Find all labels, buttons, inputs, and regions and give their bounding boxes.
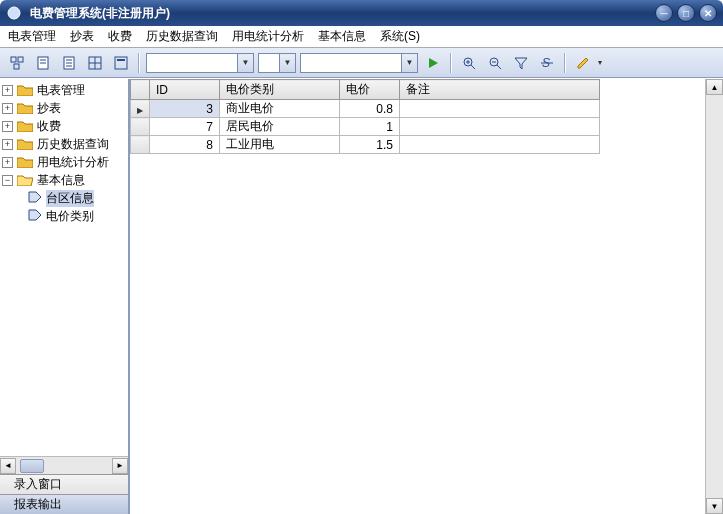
menu-meter[interactable]: 电表管理 [8,28,56,45]
menu-system[interactable]: 系统(S) [380,28,420,45]
expand-icon[interactable]: + [2,121,13,132]
tool-doc1-icon[interactable] [32,52,54,74]
zoom-in-icon[interactable] [458,52,480,74]
menu-stats[interactable]: 用电统计分析 [232,28,304,45]
scroll-up-icon[interactable]: ▲ [706,79,723,95]
content-vscroll[interactable]: ▲ ▼ [705,79,723,514]
tree-node-history[interactable]: +历史数据查询 [0,135,128,153]
maximize-button[interactable]: □ [677,4,695,22]
cell-id[interactable]: 3 [150,100,220,118]
svg-marker-24 [515,58,527,69]
expand-icon[interactable]: + [2,139,13,150]
toolbar-sep [450,53,452,73]
chevron-down-icon[interactable]: ▼ [401,54,417,72]
tool-tree-icon[interactable] [6,52,28,74]
close-button[interactable]: ✕ [699,4,717,22]
col-note[interactable]: 备注 [400,80,600,100]
scroll-left-icon[interactable]: ◄ [0,458,16,474]
main-area: +电表管理 +抄表 +收费 +历史数据查询 +用电统计分析 −基本信息 台区信息… [0,78,723,514]
cell-price[interactable]: 0.8 [340,100,400,118]
scroll-track[interactable] [706,95,723,498]
tree-node-basic[interactable]: −基本信息 [0,171,128,189]
table-row[interactable]: 3 商业电价 0.8 [131,100,600,118]
svg-line-22 [497,65,501,69]
cell-id[interactable]: 7 [150,118,220,136]
cell-note[interactable] [400,100,600,118]
table-row[interactable]: 8 工业用电 1.5 [131,136,600,154]
menu-reading[interactable]: 抄表 [70,28,94,45]
col-price[interactable]: 电价 [340,80,400,100]
search-field-combo[interactable]: ▼ [146,53,254,73]
cell-note[interactable] [400,136,600,154]
tree-label: 台区信息 [46,190,94,207]
svg-marker-29 [17,104,33,114]
sidebar-tab-label: 报表输出 [14,496,62,513]
search-op-input[interactable] [259,54,279,72]
chevron-down-icon[interactable]: ▼ [237,54,253,72]
tool-form-icon[interactable] [110,52,132,74]
edit-icon[interactable] [572,52,594,74]
col-id[interactable]: ID [150,80,220,100]
scroll-down-icon[interactable]: ▼ [706,498,723,514]
svg-marker-16 [429,58,438,68]
expand-icon[interactable]: + [2,85,13,96]
tool-grid-icon[interactable] [84,52,106,74]
tree-node-area-info[interactable]: 台区信息 [0,189,128,207]
cell-id[interactable]: 8 [150,136,220,154]
cell-price[interactable]: 1.5 [340,136,400,154]
tool-doc2-icon[interactable] [58,52,80,74]
zoom-out-icon[interactable] [484,52,506,74]
menu-fee[interactable]: 收费 [108,28,132,45]
sidebar-hscroll[interactable]: ◄ ► [0,456,128,474]
col-category[interactable]: 电价类别 [220,80,340,100]
tree-node-price-type[interactable]: 电价类别 [0,207,128,225]
toolbar-sep [564,53,566,73]
menu-history[interactable]: 历史数据查询 [146,28,218,45]
scroll-right-icon[interactable]: ► [112,458,128,474]
search-value-input[interactable] [301,54,401,72]
folder-icon [17,156,33,168]
table-row[interactable]: 7 居民电价 1 [131,118,600,136]
svg-rect-1 [11,57,16,62]
content-area: ID 电价类别 电价 备注 3 商业电价 0.8 7 居民电价 1 [130,79,723,514]
tree-view: +电表管理 +抄表 +收费 +历史数据查询 +用电统计分析 −基本信息 台区信息… [0,79,128,456]
sidebar-tab-report[interactable]: 报表输出 [0,494,128,514]
cell-note[interactable] [400,118,600,136]
cell-category[interactable]: 商业电价 [220,100,340,118]
tree-label: 收费 [37,118,61,135]
tree-node-stats[interactable]: +用电统计分析 [0,153,128,171]
folder-icon [17,138,33,150]
chevron-down-icon[interactable]: ▼ [279,54,295,72]
row-indicator-icon [131,100,150,118]
expand-icon[interactable]: + [2,103,13,114]
sidebar-tab-input[interactable]: 录入窗口 [0,474,128,494]
tree-label: 历史数据查询 [37,136,109,153]
data-grid: ID 电价类别 电价 备注 3 商业电价 0.8 7 居民电价 1 [130,79,705,514]
window-title: 电费管理系统(非注册用户) [30,5,170,22]
cell-category[interactable]: 居民电价 [220,118,340,136]
search-field-input[interactable] [147,54,237,72]
collapse-icon[interactable]: − [2,175,13,186]
tree-node-reading[interactable]: +抄表 [0,99,128,117]
sidebar-tab-label: 录入窗口 [14,476,62,493]
svg-line-18 [471,65,475,69]
strike-icon[interactable]: S [536,52,558,74]
toolbar: ▼ ▼ ▼ S ▾ [0,48,723,78]
menu-basic[interactable]: 基本信息 [318,28,366,45]
tree-node-meter[interactable]: +电表管理 [0,81,128,99]
minimize-button[interactable]: ─ [655,4,673,22]
filter-icon[interactable] [510,52,532,74]
scroll-thumb[interactable] [20,459,44,473]
folder-open-icon [17,174,33,186]
svg-marker-27 [578,58,588,68]
tree-label: 用电统计分析 [37,154,109,171]
tag-icon [28,191,42,205]
cell-price[interactable]: 1 [340,118,400,136]
expand-icon[interactable]: + [2,157,13,168]
search-value-combo[interactable]: ▼ [300,53,418,73]
cell-category[interactable]: 工业用电 [220,136,340,154]
search-op-combo[interactable]: ▼ [258,53,296,73]
run-search-button[interactable] [422,52,444,74]
tag-icon [28,209,42,223]
tree-node-fee[interactable]: +收费 [0,117,128,135]
